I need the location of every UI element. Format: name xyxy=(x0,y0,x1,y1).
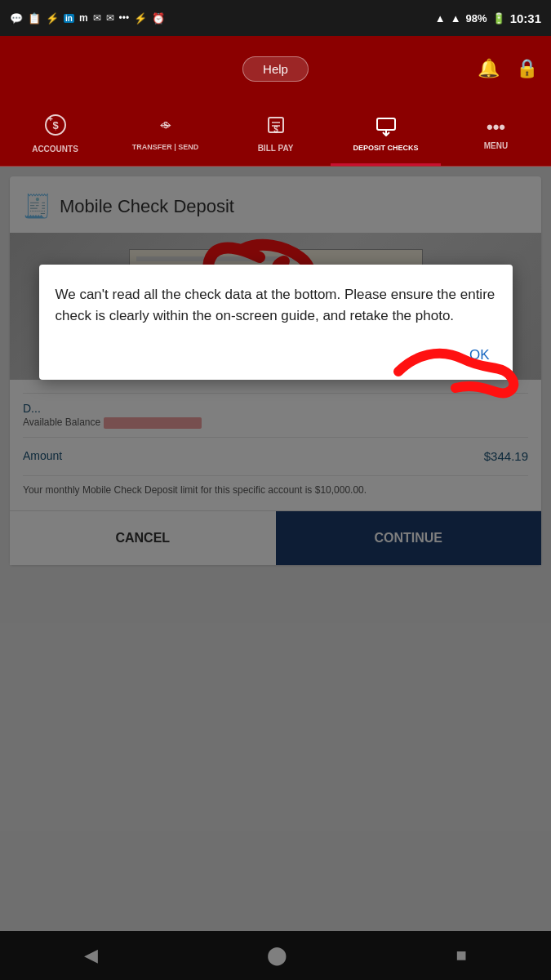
status-icons-left: 💬 📋 ⚡ in m ✉ ✉ ••• ⚡ ⏰ xyxy=(10,12,165,24)
nav-item-accounts[interactable]: $ + ACCOUNTS xyxy=(0,101,110,166)
medium-icon: m xyxy=(79,12,88,24)
nav-item-menu[interactable]: ••• MENU xyxy=(441,101,551,166)
svg-text:$: $ xyxy=(273,125,278,134)
alarm-icon: ⏰ xyxy=(152,12,165,24)
app-header: Help 🔔 🔒 xyxy=(0,36,551,101)
battery-icon: 🔋 xyxy=(492,12,505,24)
help-button[interactable]: Help xyxy=(242,56,309,82)
modal-dialog: We can't read all the check data at the … xyxy=(39,265,513,380)
battery-percentage: 98% xyxy=(466,12,487,24)
menu-dots-icon: ••• xyxy=(487,117,505,138)
nav-bar: $ + ACCOUNTS ↔ $ TRANSFER | SEND xyxy=(0,101,551,167)
bluetooth-icon: ⚡ xyxy=(134,12,147,24)
signal-icon: ▲ xyxy=(451,12,461,24)
svg-rect-9 xyxy=(377,118,395,130)
notes-icon: 📋 xyxy=(28,12,41,24)
modal-ok-button[interactable]: OK xyxy=(463,344,496,367)
transfer-label: TRANSFER | SEND xyxy=(132,144,199,152)
billpay-icon: $ xyxy=(265,114,287,140)
status-bar: 💬 📋 ⚡ in m ✉ ✉ ••• ⚡ ⏰ ▲ ▲ 98% 🔋 10:31 xyxy=(0,0,551,36)
content-area: 🧾 Mobile Check Deposit xyxy=(0,167,551,980)
speech-bubble-icon: 💬 xyxy=(10,12,23,24)
time-display: 10:31 xyxy=(510,11,541,25)
messenger-icon: ⚡ xyxy=(46,12,59,24)
modal-overlay: We can't read all the check data at the … xyxy=(0,167,551,980)
gmail1-icon: ✉ xyxy=(93,12,101,24)
deposit-label: DEPOSIT CHECKS xyxy=(353,145,418,153)
gmail2-icon: ✉ xyxy=(106,12,114,24)
menu-label: MENU xyxy=(484,141,508,150)
app-wrapper: 💬 📋 ⚡ in m ✉ ✉ ••• ⚡ ⏰ ▲ ▲ 98% 🔋 10:31 H… xyxy=(0,0,551,980)
accounts-label: ACCOUNTS xyxy=(32,145,78,154)
status-icons-right: ▲ ▲ 98% 🔋 10:31 xyxy=(435,11,541,25)
accounts-icon: $ + xyxy=(44,114,67,141)
svg-text:+: + xyxy=(48,114,53,123)
wifi-icon: ▲ xyxy=(435,12,446,24)
billpay-label: BILL PAY xyxy=(258,144,294,153)
modal-message: We can't read all the check data at the … xyxy=(56,284,496,327)
nav-item-billpay[interactable]: $ BILL PAY xyxy=(220,101,331,166)
header-icons: 🔔 🔒 xyxy=(478,58,538,79)
nav-item-deposit[interactable]: DEPOSIT CHECKS xyxy=(331,101,441,166)
transfer-icon: ↔ $ xyxy=(153,116,179,140)
notification-bell-icon[interactable]: 🔔 xyxy=(478,58,500,79)
modal-actions: OK xyxy=(56,344,496,367)
more-icon: ••• xyxy=(119,12,130,24)
linkedin-icon: in xyxy=(64,14,74,23)
svg-text:$: $ xyxy=(52,119,59,131)
nav-item-transfer[interactable]: ↔ $ TRANSFER | SEND xyxy=(110,101,220,166)
lock-icon[interactable]: 🔒 xyxy=(516,58,538,79)
deposit-icon xyxy=(374,115,398,141)
svg-text:$: $ xyxy=(162,120,167,130)
